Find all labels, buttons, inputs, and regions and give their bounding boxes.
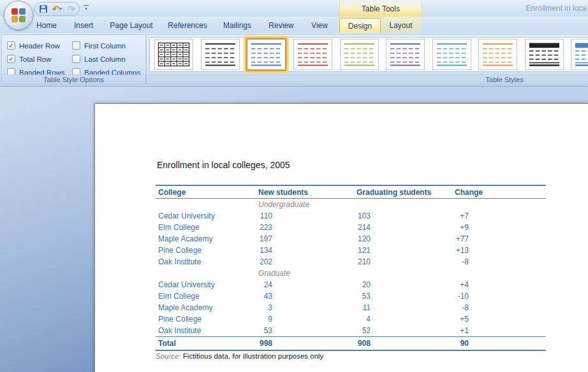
tab-review[interactable]: Review	[263, 18, 300, 33]
data-row: Oak Institute5352+1	[156, 325, 546, 337]
table-cell: 134	[258, 245, 356, 256]
data-row: Cedar University2420+4	[156, 279, 546, 290]
table-style-light-style-black[interactable]	[201, 39, 240, 70]
tab-references[interactable]: References	[163, 18, 212, 33]
tab-layout[interactable]: Layout	[381, 18, 421, 33]
table-cell: +9	[455, 222, 546, 233]
office-logo-icon	[11, 8, 26, 22]
table-style-light-style-accent-blue[interactable]	[247, 39, 286, 70]
enrollment-table: CollegeNew studentsGraduating studentsCh…	[156, 185, 546, 351]
table-tools-contextual-header: Table Tools	[339, 0, 422, 17]
table-cell: +1	[455, 325, 546, 337]
table-cell: 202	[258, 256, 356, 268]
table-cell: +5	[455, 313, 546, 325]
document-workspace: Enrollment in local colleges, 2005 Colle…	[0, 87, 588, 372]
customize-quick-access-icon[interactable]: ▾	[82, 3, 91, 13]
table-cell: 53	[356, 290, 455, 302]
table-cell: Oak Institute	[156, 256, 258, 268]
data-row: Elm College4353-10	[156, 290, 546, 302]
table-cell: +77	[455, 233, 546, 245]
source-label: Source:	[156, 352, 181, 360]
window-title: Enrollment in loca	[526, 4, 587, 13]
table-cell: +7	[455, 210, 546, 222]
tab-view[interactable]: View	[305, 18, 334, 33]
redo-icon: ↷	[66, 4, 77, 14]
table-cell: 214	[356, 222, 455, 233]
table-cell: 197	[258, 233, 356, 245]
table-cell: Elm College	[156, 222, 258, 233]
data-row: Maple Academy197120+77	[156, 233, 546, 245]
office-button[interactable]	[4, 1, 33, 30]
table-style-light-style-accent-teal[interactable]	[432, 39, 471, 70]
table-cell: 11	[356, 302, 455, 313]
table-style-options-group-label: Table Style Options	[2, 75, 145, 85]
data-row: Oak Institute202210-8	[156, 256, 546, 268]
tab-insert[interactable]: Insert	[68, 18, 99, 33]
unchecked-checkbox-icon	[72, 41, 80, 50]
table-cell: Maple Academy	[156, 302, 258, 313]
table-style-light-style-accent-olive[interactable]	[340, 39, 379, 70]
tab-design[interactable]: Design	[339, 18, 381, 34]
table-styles-group: Table Styles	[146, 34, 588, 85]
table-cell: Change	[455, 185, 546, 199]
save-icon[interactable]	[38, 4, 48, 14]
table-cell: Cedar University	[156, 210, 258, 222]
table-cell: 24	[258, 279, 356, 290]
table-cell: Pine College	[156, 313, 258, 325]
checkbox-first-column[interactable]: First Column	[72, 39, 140, 52]
checkbox-total-row[interactable]: ✓Total Row	[7, 52, 70, 66]
table-style-light-style-accent-orange[interactable]	[478, 39, 517, 70]
source-text: Fictitious data, for illustration purpos…	[183, 352, 324, 360]
data-row: Cedar University110103+7	[156, 210, 546, 222]
table-style-light-style-accent-purple[interactable]	[386, 39, 425, 70]
table-cell: Undergraduate	[258, 199, 356, 211]
table-styles-group-label: Table Styles	[147, 75, 588, 85]
tab-home[interactable]: Home	[31, 18, 62, 33]
table-cell	[156, 199, 258, 211]
tab-mailings[interactable]: Mailings	[217, 18, 258, 33]
table-cell: Maple Academy	[156, 233, 258, 245]
undo-icon[interactable]: ↶▾	[52, 4, 62, 14]
document-title: Enrollment in local colleges, 2005	[157, 160, 290, 170]
table-cell: -10	[455, 290, 546, 302]
table-cell: -8	[455, 302, 546, 313]
checked-checkbox-icon: ✓	[7, 55, 15, 63]
ribbon: ✓Header RowFirst Column✓Total RowLast Co…	[0, 33, 588, 87]
table-style-header-style-black[interactable]	[525, 39, 564, 70]
table-style-header-style-blue[interactable]	[571, 39, 588, 70]
table-cell	[455, 268, 546, 279]
checkbox-header-row[interactable]: ✓Header Row	[7, 39, 70, 52]
checkbox-label: Total Row	[19, 55, 52, 63]
data-row: Elm College223214+9	[156, 222, 546, 233]
unchecked-checkbox-icon	[72, 55, 80, 63]
table-style-options-group: ✓Header RowFirst Column✓Total RowLast Co…	[1, 34, 146, 85]
table-cell: 3	[258, 302, 356, 313]
title-bar: ↶▾ ↷ ▾ Table Tools Enrollment in loca	[0, 0, 588, 17]
table-cell	[356, 199, 455, 211]
document-page[interactable]: Enrollment in local colleges, 2005 Colle…	[94, 103, 588, 372]
checkbox-last-column[interactable]: Last Column	[72, 52, 140, 66]
table-cell: Graduate	[258, 268, 356, 279]
table-cell	[156, 268, 258, 279]
table-cell: Cedar University	[156, 279, 258, 290]
table-cell: +13	[455, 245, 546, 256]
table-cell: 210	[356, 256, 455, 268]
table-cell: Oak Institute	[156, 325, 258, 337]
checkbox-label: Header Row	[19, 42, 60, 50]
table-cell: 53	[258, 325, 356, 337]
section-row: Graduate	[156, 268, 546, 279]
checkbox-label: First Column	[84, 42, 126, 50]
tab-page-layout[interactable]: Page Layout	[105, 18, 158, 33]
table-cell: Elm College	[156, 290, 258, 302]
table-cell: 4	[356, 313, 455, 325]
ribbon-tab-row: HomeInsertPage LayoutReferencesMailingsR…	[0, 17, 588, 33]
table-cell: 52	[356, 325, 455, 337]
table-cell: 9	[258, 313, 356, 325]
checkbox-label: Last Column	[84, 55, 126, 63]
source-note: Source: Fictitious data, for illustratio…	[156, 352, 323, 360]
table-cell: College	[156, 185, 258, 199]
table-style-light-style-accent-red[interactable]	[293, 39, 332, 70]
table-cell: 90	[455, 337, 546, 351]
table-style-table-grid[interactable]	[154, 39, 193, 70]
data-row: Pine College134121+13	[156, 245, 546, 256]
